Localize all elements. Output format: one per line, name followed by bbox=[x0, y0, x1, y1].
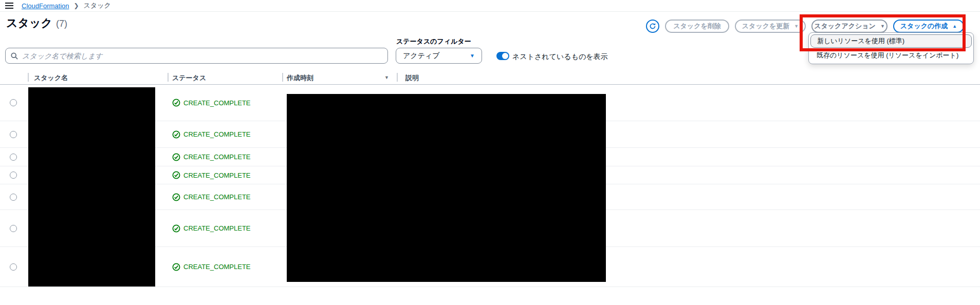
search-icon bbox=[11, 52, 18, 60]
row-select-radio[interactable] bbox=[10, 171, 17, 179]
breadcrumb-link-cloudformation[interactable]: CloudFormation bbox=[22, 2, 69, 10]
row-select-radio[interactable] bbox=[10, 131, 17, 138]
sort-desc-icon[interactable]: ▼ bbox=[384, 75, 389, 80]
caret-down-icon: ▼ bbox=[794, 24, 799, 29]
menu-icon[interactable] bbox=[5, 3, 13, 9]
row-select-radio[interactable] bbox=[10, 225, 17, 232]
column-divider bbox=[28, 73, 29, 82]
row-select-radio[interactable] bbox=[10, 154, 17, 161]
stack-actions-button[interactable]: スタックアクション ▼ bbox=[811, 20, 887, 33]
column-header-status[interactable]: ステータス bbox=[172, 73, 206, 83]
status-filter-select[interactable]: アクティブ ▼ bbox=[396, 48, 482, 64]
status-badge: CREATE_COMPLETE bbox=[172, 153, 251, 161]
status-text: CREATE_COMPLETE bbox=[183, 171, 251, 179]
page-title-text: スタック bbox=[6, 15, 52, 31]
menu-item-label: 既存のリソースを使用 (リソースをインポート) bbox=[817, 51, 958, 60]
status-text: CREATE_COMPLETE bbox=[183, 263, 251, 271]
status-text: CREATE_COMPLETE bbox=[183, 130, 251, 138]
column-divider bbox=[397, 73, 398, 82]
status-badge: CREATE_COMPLETE bbox=[172, 99, 251, 107]
caret-down-icon: ▼ bbox=[880, 24, 885, 29]
status-text: CREATE_COMPLETE bbox=[183, 224, 251, 232]
stack-actions-label: スタックアクション bbox=[814, 22, 876, 31]
create-stack-menu: 新しいリソースを使用 (標準) 既存のリソースを使用 (リソースをインポート) bbox=[808, 32, 974, 64]
success-icon bbox=[172, 99, 180, 107]
menu-item-existing-resources[interactable]: 既存のリソースを使用 (リソースをインポート) bbox=[810, 49, 972, 62]
update-stack-label: スタックを更新 bbox=[742, 22, 790, 31]
column-divider bbox=[168, 73, 169, 82]
update-stack-button[interactable]: スタックを更新 ▼ bbox=[735, 20, 806, 33]
row-select-radio[interactable] bbox=[10, 99, 17, 106]
delete-stack-button[interactable]: スタックを削除 bbox=[665, 20, 729, 33]
stack-search bbox=[5, 48, 388, 64]
status-badge: CREATE_COMPLETE bbox=[172, 130, 251, 139]
row-select-radio[interactable] bbox=[10, 194, 17, 201]
chevron-right-icon: ❯ bbox=[74, 2, 79, 9]
redaction-box-stack-names bbox=[28, 87, 155, 287]
success-icon bbox=[172, 263, 180, 271]
success-icon bbox=[172, 193, 180, 201]
column-divider bbox=[282, 73, 283, 82]
success-icon bbox=[172, 224, 180, 233]
create-stack-label: スタックの作成 bbox=[900, 22, 948, 31]
status-badge: CREATE_COMPLETE bbox=[172, 263, 251, 271]
column-header-created-time[interactable]: 作成時刻 bbox=[287, 73, 313, 83]
show-nested-toggle-label: ネストされているものを表示 bbox=[512, 52, 608, 62]
menu-item-label: 新しいリソースを使用 (標準) bbox=[817, 36, 904, 46]
toolbar: スタックを削除 スタックを更新 ▼ スタックアクション ▼ スタックの作成 ▲ bbox=[646, 20, 964, 33]
status-text: CREATE_COMPLETE bbox=[183, 99, 251, 107]
row-select-radio[interactable] bbox=[10, 263, 17, 271]
status-badge: CREATE_COMPLETE bbox=[172, 224, 251, 233]
status-filter-label: ステータスのフィルター bbox=[396, 37, 471, 46]
column-header-stack-name[interactable]: スタック名 bbox=[34, 73, 68, 83]
delete-stack-label: スタックを削除 bbox=[673, 22, 721, 31]
breadcrumb: CloudFormation ❯ スタック bbox=[0, 0, 980, 12]
redaction-box-created-times bbox=[287, 94, 606, 282]
status-filter-value: アクティブ bbox=[403, 51, 440, 61]
success-icon bbox=[172, 171, 180, 179]
caret-up-icon: ▲ bbox=[952, 24, 957, 29]
column-header-description[interactable]: 説明 bbox=[405, 73, 419, 83]
show-nested-toggle[interactable] bbox=[496, 52, 509, 60]
refresh-button[interactable] bbox=[646, 20, 659, 33]
create-stack-button[interactable]: スタックの作成 ▲ bbox=[893, 20, 964, 33]
table-header: スタック名 ステータス 作成時刻 ▼ 説明 bbox=[0, 70, 980, 85]
status-badge: CREATE_COMPLETE bbox=[172, 193, 251, 201]
caret-down-icon: ▼ bbox=[470, 53, 475, 59]
stack-count: (7) bbox=[56, 18, 67, 29]
success-icon bbox=[172, 153, 180, 161]
status-badge: CREATE_COMPLETE bbox=[172, 171, 251, 179]
search-input[interactable] bbox=[22, 52, 382, 60]
success-icon bbox=[172, 130, 180, 139]
cloudformation-stacks-page: CloudFormation ❯ スタック スタック (7) スタックを削除 ス… bbox=[0, 0, 980, 305]
refresh-icon bbox=[649, 23, 656, 30]
status-text: CREATE_COMPLETE bbox=[183, 153, 251, 161]
page-title: スタック (7) bbox=[6, 15, 67, 31]
menu-item-new-resources[interactable]: 新しいリソースを使用 (標準) bbox=[810, 34, 972, 48]
status-text: CREATE_COMPLETE bbox=[183, 193, 251, 201]
breadcrumb-current: スタック bbox=[84, 1, 111, 10]
